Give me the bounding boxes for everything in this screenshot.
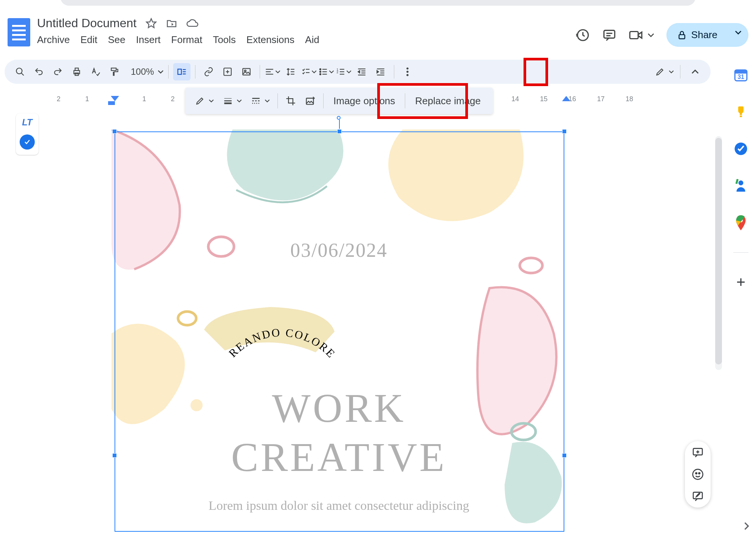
zoom-dropdown[interactable]: 100% — [125, 66, 164, 77]
collapse-toolbar-icon[interactable] — [686, 63, 704, 80]
resize-handle-n[interactable] — [337, 129, 342, 134]
indent-right-marker[interactable] — [562, 96, 570, 101]
reset-image-icon[interactable] — [301, 96, 320, 106]
floating-comment-tools — [685, 441, 711, 508]
menu-tools[interactable]: Tools — [213, 34, 236, 46]
emoji-icon[interactable] — [692, 468, 704, 480]
toolbar-end — [655, 63, 704, 80]
ruler-tick: 1 — [142, 95, 146, 103]
indent-left-marker[interactable] — [108, 101, 115, 105]
svg-point-70 — [739, 181, 744, 185]
ruler-tick: 2 — [171, 95, 175, 103]
print-icon[interactable] — [68, 63, 85, 80]
menu-see[interactable]: See — [108, 34, 125, 46]
share-dropdown[interactable] — [728, 23, 748, 47]
title-row: Untitled Document — [37, 16, 576, 30]
add-addon-icon[interactable] — [733, 275, 748, 290]
image-selection-box[interactable] — [115, 131, 564, 532]
check-badge-icon[interactable] — [20, 134, 35, 150]
numbered-list-dropdown[interactable]: 12 — [336, 67, 352, 77]
editing-mode-dropdown[interactable] — [655, 67, 674, 77]
border-weight-dropdown[interactable] — [218, 96, 246, 106]
resize-handle-e[interactable] — [562, 453, 567, 458]
resize-handle-w[interactable] — [112, 453, 117, 458]
svg-rect-19 — [243, 68, 251, 75]
checklist-dropdown[interactable] — [301, 67, 317, 77]
crop-icon[interactable] — [281, 96, 301, 106]
add-comment-float-icon[interactable] — [692, 446, 704, 458]
undo-icon[interactable] — [30, 63, 48, 80]
svg-rect-9 — [75, 68, 79, 71]
share-button[interactable]: Share — [666, 23, 729, 47]
menubar: Archive Edit See Insert Format Tools Ext… — [37, 34, 576, 46]
calendar-icon[interactable]: 31 — [733, 67, 748, 82]
paint-format-icon[interactable] — [106, 63, 123, 80]
bulleted-list-dropdown[interactable] — [318, 67, 334, 77]
svg-point-48 — [407, 68, 409, 69]
browser-urlbar — [60, 0, 696, 6]
border-dash-dropdown[interactable] — [246, 96, 274, 106]
svg-rect-12 — [178, 69, 181, 74]
increase-indent-icon[interactable] — [372, 63, 389, 80]
spellcheck-icon[interactable] — [87, 63, 104, 80]
line-spacing-icon[interactable] — [282, 63, 299, 80]
language-tool-icon[interactable]: LT — [22, 117, 33, 128]
side-panel: 31 — [726, 60, 756, 290]
more-options-icon[interactable] — [399, 63, 416, 80]
separator — [195, 65, 195, 79]
star-icon[interactable] — [146, 18, 157, 29]
link-icon[interactable] — [200, 63, 217, 80]
side-separator — [733, 252, 748, 253]
document-title[interactable]: Untitled Document — [37, 16, 136, 30]
menu-aid[interactable]: Aid — [305, 34, 319, 46]
contacts-icon[interactable] — [733, 178, 748, 193]
svg-point-80 — [699, 473, 700, 474]
rotate-line — [339, 120, 340, 129]
maps-icon[interactable] — [733, 215, 748, 230]
resize-handle-nw[interactable] — [112, 129, 117, 134]
wrap-text-icon[interactable] — [173, 63, 191, 80]
svg-point-78 — [693, 469, 703, 480]
ruler-tick: 2 — [57, 95, 60, 103]
svg-marker-0 — [147, 19, 156, 28]
svg-point-30 — [320, 71, 321, 72]
menu-insert[interactable]: Insert — [136, 34, 161, 46]
move-icon[interactable] — [166, 18, 177, 29]
resize-handle-ne[interactable] — [562, 129, 567, 134]
menu-extensions[interactable]: Extensions — [246, 34, 294, 46]
svg-rect-66 — [735, 70, 747, 74]
indent-first-line-marker[interactable] — [111, 96, 119, 101]
tasks-icon[interactable] — [733, 141, 748, 156]
separator — [680, 65, 680, 79]
menu-edit[interactable]: Edit — [81, 34, 98, 46]
scrollbar-thumb[interactable] — [715, 138, 722, 364]
keep-icon[interactable] — [733, 104, 748, 119]
svg-rect-71 — [736, 179, 739, 184]
svg-point-29 — [320, 69, 321, 70]
menu-format[interactable]: Format — [171, 34, 202, 46]
add-comment-icon[interactable] — [219, 63, 236, 80]
svg-rect-11 — [111, 68, 116, 71]
border-color-dropdown[interactable] — [191, 96, 218, 106]
cloud-icon[interactable] — [186, 19, 198, 28]
decrease-indent-icon[interactable] — [353, 63, 370, 80]
comments-icon[interactable] — [602, 28, 617, 42]
history-icon[interactable] — [576, 28, 590, 42]
meet-button[interactable] — [629, 29, 654, 41]
side-panel-toggle-icon[interactable] — [742, 522, 751, 530]
suggest-edit-icon[interactable] — [692, 490, 704, 502]
lock-icon — [677, 30, 687, 40]
svg-text:2: 2 — [337, 70, 339, 74]
menu-archive[interactable]: Archive — [37, 34, 70, 46]
docs-logo-icon[interactable] — [8, 18, 30, 46]
separator — [394, 65, 394, 79]
insert-image-icon[interactable] — [238, 63, 255, 80]
separator — [168, 65, 169, 79]
search-icon[interactable] — [11, 63, 29, 80]
align-dropdown[interactable] — [265, 67, 280, 77]
toolbar: 100% 12 — [5, 60, 711, 84]
header-right: Share — [576, 23, 748, 47]
redo-icon[interactable] — [49, 63, 67, 80]
separator — [277, 93, 278, 108]
rotate-handle[interactable] — [337, 116, 341, 120]
